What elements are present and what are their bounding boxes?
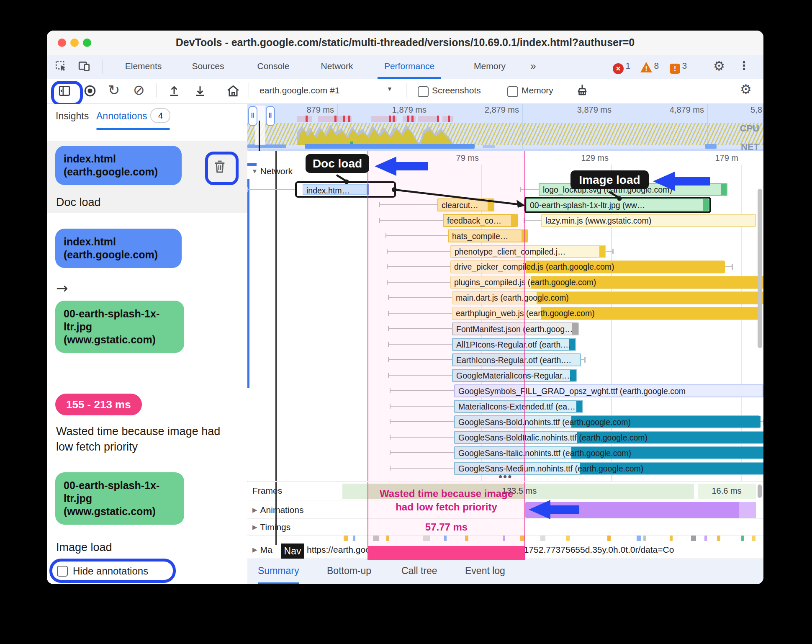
- tab-elements[interactable]: Elements: [117, 55, 170, 77]
- network-request-bar[interactable]: plugins_compiled.js (earth.google.com): [450, 276, 763, 289]
- annotation-pill-time-range[interactable]: 155 - 213 ms: [55, 394, 142, 415]
- issues-count-badge[interactable]: ! 3: [670, 61, 687, 74]
- chevron-down-icon[interactable]: ▼: [387, 85, 393, 92]
- network-request-bar[interactable]: MaterialIcons-Extended.ttf (ea…: [454, 400, 583, 413]
- network-request-bar[interactable]: GoogleSans-Medium.nohints.ttf (earth.goo…: [454, 462, 763, 475]
- network-request-bar[interactable]: feedback_co…: [443, 214, 518, 227]
- tab-memory[interactable]: Memory: [469, 55, 511, 77]
- tab-summary[interactable]: Summary: [258, 559, 299, 584]
- network-request-bar[interactable]: EarthIcons-Regular.otf (earth.…: [452, 353, 581, 366]
- network-request-bar[interactable]: phenotype_client_compiled.j…: [450, 245, 606, 258]
- network-request-bar[interactable]: FontManifest.json (earth.goog…: [452, 322, 579, 335]
- animation-bar[interactable]: [525, 502, 756, 518]
- collapse-triangle-icon[interactable]: ▼: [252, 167, 258, 175]
- hide-annotations-control[interactable]: Hide annotations: [49, 559, 175, 582]
- annotations-count-badge: 4: [150, 108, 170, 123]
- lower-tracks: Frames 133.5 ms 16.6 ms ▶Animations ▶Tim…: [247, 482, 763, 560]
- tab-bottom-up[interactable]: Bottom-up: [327, 559, 371, 582]
- annotation-pill-index-html[interactable]: index.html (earth.google.com): [55, 229, 182, 268]
- doc-load-annotation-label[interactable]: Doc load: [306, 154, 369, 173]
- toggle-device-toolbar-icon[interactable]: [78, 60, 91, 72]
- navigation-start-line: [275, 482, 277, 545]
- network-request-label: clearcut…: [438, 199, 493, 210]
- delete-annotation-button[interactable]: [213, 159, 227, 174]
- annotation-entry-doc-load[interactable]: index.html (earth.google.com) Doc load: [47, 141, 247, 213]
- tab-event-log[interactable]: Event log: [465, 559, 505, 582]
- tab-network[interactable]: Network: [314, 55, 360, 77]
- annotation-entry-wasted-time[interactable]: 155 - 213 ms Wasted time because image h…: [47, 392, 247, 471]
- network-track-accent: [247, 179, 249, 388]
- main-track-label[interactable]: ▶Ma: [252, 545, 272, 555]
- tab-insights[interactable]: Insights: [56, 104, 89, 128]
- performance-toolbar: ↻ ⊘ earth.google.com #1 ▼ Screenshots Me…: [47, 79, 763, 104]
- minimap-right-handle[interactable]: ‖: [266, 106, 275, 126]
- screenshots-checkbox[interactable]: [418, 86, 429, 97]
- timeline-overview-minimap[interactable]: 879 ms1,879 ms2,879 ms3,879 ms4,879 ms5,…: [247, 104, 763, 151]
- network-request-bar[interactable]: lazy.min.js (www.gstatic.com): [541, 214, 756, 227]
- network-request-bar[interactable]: GoogleSans-Italic.nohints.ttf (earth.goo…: [454, 446, 763, 459]
- network-request-bar[interactable]: index.htm…: [297, 183, 394, 196]
- scrollbar-thumb[interactable]: [758, 484, 762, 498]
- settings-gear-icon[interactable]: ⚙: [713, 58, 725, 73]
- network-request-bar[interactable]: GoogleSans-BoldItalic.nohints.ttf (earth…: [454, 431, 763, 444]
- minimap-left-handle[interactable]: ‖: [248, 106, 257, 126]
- collapse-triangle-icon[interactable]: ▶: [252, 523, 257, 531]
- annotation-entry-image-load[interactable]: 00-earth-splash-1x-ltr.jpg (www.gstatic.…: [47, 471, 247, 567]
- network-track-header[interactable]: ▼Network: [252, 166, 293, 176]
- network-request-bar[interactable]: GoogleSymbols_FILL_GRAD_opsz_wght.ttf (e…: [454, 384, 763, 397]
- more-tabs-icon[interactable]: »: [524, 55, 542, 77]
- collapse-triangle-icon[interactable]: ▶: [252, 506, 257, 513]
- timings-track-label[interactable]: ▶Timings: [252, 522, 290, 532]
- network-request-bar[interactable]: main.dart.js (earth.google.com): [452, 291, 763, 304]
- warning-count-badge[interactable]: ! 8: [640, 61, 659, 72]
- clear-icon[interactable]: ⊘: [133, 82, 145, 98]
- ruler-label: 5,8: [750, 105, 763, 115]
- memory-checkbox[interactable]: [507, 86, 518, 97]
- network-request-bar[interactable]: drive_picker_compiled.js (earth.google.c…: [450, 260, 725, 273]
- timings-track[interactable]: ▶Timings: [247, 519, 763, 536]
- image-load-annotation-label[interactable]: Image load: [570, 170, 649, 189]
- issues-icon: !: [670, 64, 680, 74]
- network-request-bar[interactable]: 00-earth-splash-1x-ltr.jpg (ww…: [526, 198, 709, 211]
- network-request-bar[interactable]: GoogleMaterialIcons-Regular.…: [452, 369, 577, 382]
- record-icon[interactable]: [83, 84, 97, 98]
- reload-and-record-icon[interactable]: ↻: [108, 82, 120, 98]
- tab-call-tree[interactable]: Call tree: [401, 559, 437, 582]
- memory-checkbox-label[interactable]: Memory: [522, 85, 553, 95]
- annotation-entry-link[interactable]: index.html (earth.google.com) → 00-earth…: [47, 226, 247, 348]
- upload-profile-icon[interactable]: [167, 84, 181, 98]
- collapse-triangle-icon[interactable]: ▶: [252, 546, 257, 553]
- annotation-pill-index-html[interactable]: index.html (earth.google.com): [55, 146, 182, 185]
- flame-chart-area[interactable]: 79 ms129 ms179 m ▼Network index.htm…logo…: [247, 151, 763, 481]
- network-request-bar[interactable]: GoogleSans-Bold.nohints.ttf (earth.googl…: [454, 415, 760, 428]
- vertical-scrollbar[interactable]: [758, 189, 762, 348]
- download-profile-icon[interactable]: [193, 84, 207, 98]
- hide-annotations-label[interactable]: Hide annotations: [73, 565, 148, 577]
- hide-annotations-checkbox[interactable]: [57, 566, 68, 577]
- annotation-pill-splash-jpg[interactable]: 00-earth-splash-1x-ltr.jpg (www.gstatic.…: [55, 472, 184, 525]
- annotation-pill-splash-jpg[interactable]: 00-earth-splash-1x-ltr.jpg (www.gstatic.…: [55, 301, 184, 353]
- inspect-element-icon[interactable]: [55, 60, 67, 72]
- network-request-bar[interactable]: clearcut…: [437, 198, 494, 211]
- toggle-sidebar-panel-icon[interactable]: [58, 85, 71, 97]
- network-request-bar[interactable]: earthplugin_web.js (earth.google.com): [452, 307, 761, 320]
- network-request-label: feedback_co…: [444, 215, 517, 226]
- divider: [217, 83, 217, 98]
- capture-settings-gear-icon[interactable]: ⚙: [740, 82, 752, 97]
- tab-console[interactable]: Console: [250, 55, 297, 77]
- tab-sources[interactable]: Sources: [185, 55, 231, 77]
- network-request-bar[interactable]: All1PIcons-Regular.otf (earth.…: [452, 338, 576, 351]
- garbage-collect-brush-icon[interactable]: [575, 83, 589, 98]
- screenshots-checkbox-label[interactable]: Screenshots: [432, 85, 481, 95]
- tab-performance[interactable]: Performance: [378, 55, 441, 79]
- home-icon[interactable]: [226, 84, 240, 98]
- network-request-bar[interactable]: hats_compile…: [448, 229, 528, 242]
- details-tab-bar: Summary Bottom-up Call tree Event log: [247, 559, 763, 584]
- error-count-badge[interactable]: × 1: [613, 61, 630, 74]
- tab-annotations[interactable]: Annotations4: [96, 104, 170, 128]
- animations-track-label[interactable]: ▶Animations: [252, 505, 303, 515]
- link-arrow-icon: →: [56, 280, 68, 296]
- kebab-menu-icon[interactable]: ⋮: [738, 59, 750, 72]
- target-selector[interactable]: earth.google.com #1: [260, 85, 339, 95]
- frames-track[interactable]: Frames 133.5 ms 16.6 ms: [247, 482, 763, 500]
